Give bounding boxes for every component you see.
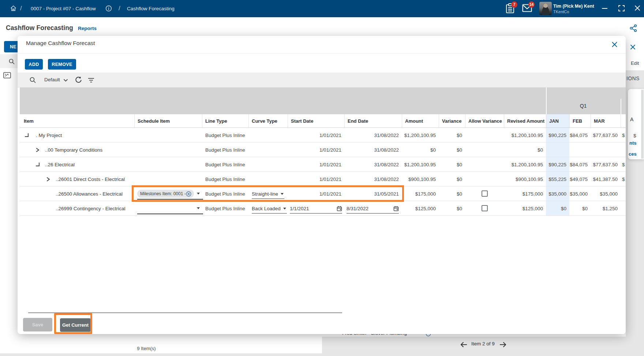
breadcrumb-page[interactable]: Cashflow Forecasting [127, 0, 175, 17]
home-icon[interactable] [10, 5, 17, 12]
panel-close-icon[interactable] [630, 44, 636, 50]
cell-revised_amount: $0 [504, 142, 546, 157]
column-header-amount[interactable]: Amount [402, 114, 439, 128]
page-search-icon[interactable] [9, 59, 15, 64]
cell-amount: $1,200,100.95 [402, 128, 439, 142]
cell-line_type: Budget Plus Inline [202, 201, 248, 216]
manage-cashflow-modal: Manage Cashflow Forecast ADD REMOVE Defa… [18, 36, 626, 334]
column-header-start_date[interactable]: Start Date [288, 114, 344, 128]
fullscreen-button[interactable] [618, 5, 625, 11]
minimize-button[interactable] [602, 8, 608, 9]
curve-type-dropdown[interactable]: Back Loaded [252, 204, 287, 214]
cell-end_date: 31/08/2022 [344, 157, 402, 172]
cell-jan: $90,225 [546, 157, 569, 172]
cell-end_date: 31/08/2022 [344, 172, 402, 186]
column-header-schedule_item[interactable]: Schedule Item [134, 114, 202, 128]
avatar[interactable] [539, 2, 552, 15]
cell-item: ..26999 Contingency - Electrical [20, 201, 134, 216]
curve-type-dropdown[interactable]: Straight-line [252, 189, 284, 199]
cell-start_date: 1/01/2021 [288, 157, 344, 172]
column-header-jan[interactable]: JAN [546, 114, 569, 128]
allow-variance-checkbox[interactable] [482, 190, 488, 197]
column-header-curve_type[interactable]: Curve Type [248, 114, 288, 128]
cell-item: ..26500 Allowances - Electrical [20, 186, 134, 201]
column-header-variance[interactable]: Variance [439, 114, 465, 128]
top-bar: / 0007 - Project #07 - Cashflow / Cashfl… [0, 0, 644, 17]
edit-link[interactable]: Edit [631, 60, 639, 66]
image-edit-icon[interactable] [3, 72, 11, 78]
header-separator [288, 114, 288, 128]
cell-variance: $0 [439, 186, 465, 201]
cell-feb: $84,075 [569, 128, 591, 142]
column-header-revised_amount[interactable]: Revised Amount [504, 114, 546, 128]
panel-card-fragment-2: $ [633, 133, 636, 138]
cell-feb: $35,000 [569, 186, 591, 201]
cell-end_date: 31/08/2022 [344, 142, 402, 157]
curve-dropdown-arrow [281, 193, 284, 195]
cell-start_date: 1/01/2021 [288, 186, 344, 201]
chip-remove-icon[interactable] [186, 191, 191, 197]
curve-type-value: Straight-line [252, 191, 278, 197]
header-separator [402, 114, 402, 128]
start-date-input[interactable]: 1/1/2021 [290, 204, 342, 214]
get-current-button[interactable]: Get Current [60, 318, 91, 332]
schedule-dropdown-arrow[interactable] [197, 207, 200, 209]
breadcrumb-separator-2: / [119, 5, 120, 12]
column-header-mar[interactable]: MAR [591, 114, 621, 128]
panel-footer: Item 2 of 9 [322, 337, 644, 356]
footer-divider [28, 312, 342, 313]
next-item-arrow[interactable] [499, 342, 506, 348]
column-header-item[interactable]: Item [20, 114, 134, 128]
header-separator [621, 114, 621, 128]
allow-variance-checkbox[interactable] [482, 205, 488, 211]
end-date-input[interactable]: 8/31/2022 [347, 204, 399, 214]
cell-mar: $35,000 [591, 186, 621, 201]
calendar-icon[interactable] [337, 206, 342, 211]
mail-badge: 14 [528, 1, 535, 8]
share-icon[interactable] [630, 25, 637, 32]
cell-jan: $90,225 [546, 128, 569, 142]
cell-apr-fragment: $ [622, 157, 626, 172]
cell-revised_amount: $1,200,100.95 [504, 128, 546, 142]
column-header-line_type[interactable]: Line Type [202, 114, 248, 128]
info-icon[interactable] [105, 5, 112, 12]
column-header-end_date[interactable]: End Date [344, 114, 402, 128]
header-bottom-border [20, 127, 626, 128]
save-button[interactable]: Save [23, 318, 52, 331]
cell-variance: $0 [439, 201, 465, 216]
calendar-icon[interactable] [393, 206, 399, 211]
close-window-button[interactable] [634, 5, 640, 11]
schedule-underline [137, 214, 203, 214]
panel-section-fragment: IONS [626, 75, 640, 81]
panel-card-link-fragment-1[interactable]: nts [629, 140, 637, 146]
panel-section-band: IONS [626, 70, 644, 88]
cell-line_type: Budget Plus Inline [202, 172, 248, 186]
panel-card-fragment-1: A [630, 116, 633, 122]
panel-card-link-fragment-2[interactable]: ces [629, 151, 637, 157]
cell-amount: $0 [402, 142, 439, 157]
cell-variance: $0 [439, 157, 465, 172]
cell-start_date: 1/01/2021 [288, 128, 344, 142]
header-separator [591, 114, 591, 128]
header-separator [569, 114, 570, 128]
reports-link[interactable]: Reports [78, 26, 97, 31]
grid: ItemSchedule ItemLine TypeCurve TypeStar… [18, 36, 626, 312]
cell-variance: $0 [439, 128, 465, 142]
user-name[interactable]: Tim (Pick Me) Kent [553, 4, 594, 9]
schedule-item-chip[interactable]: Milestones Item: 0001 - [137, 190, 194, 198]
app-root: / 0007 - Project #07 - Cashflow / Cashfl… [0, 0, 644, 356]
cell-amount: $900,100.95 [402, 172, 439, 186]
breadcrumb-project[interactable]: 0007 - Project #07 - Cashflow [31, 0, 96, 17]
cell-line_type: Budget Plus Inline [202, 157, 248, 172]
column-header-feb[interactable]: FEB [569, 114, 591, 128]
cell-line_type: Budget Plus Inline [202, 142, 248, 157]
cell-item: ..00 Temporary Conditions [20, 142, 134, 157]
column-header-allow_variance[interactable]: Allow Variance [465, 114, 504, 128]
cell-end_date: 31/08/2022 [344, 128, 402, 142]
cell-item: ..26001 Direct Costs - Electrical [20, 172, 134, 186]
main-footer-strip [0, 353, 322, 356]
cell-line_type: Budget Plus Inline [202, 186, 248, 201]
panel-scrollbar[interactable] [641, 90, 644, 159]
curve-type-value: Back Loaded [252, 206, 281, 211]
schedule-dropdown-arrow[interactable] [197, 193, 200, 194]
